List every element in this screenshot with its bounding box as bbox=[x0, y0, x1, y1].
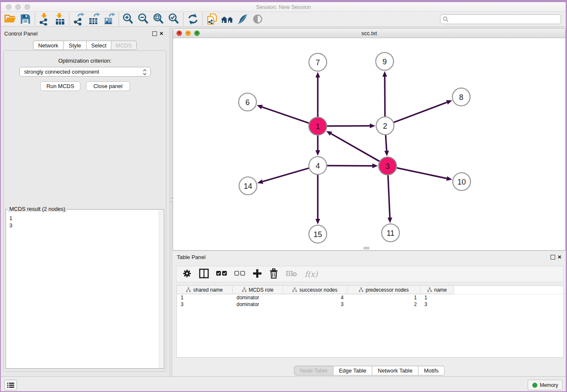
tree-icon bbox=[359, 287, 363, 292]
graph-edge-2-3[interactable] bbox=[385, 135, 386, 151]
graph-edge-2-9[interactable] bbox=[385, 77, 385, 116]
toolbar-separator bbox=[202, 13, 203, 25]
toolbar-separator bbox=[35, 13, 35, 25]
graph-node-label: 10 bbox=[457, 178, 466, 186]
graph-edge-arrowhead bbox=[257, 179, 263, 184]
graph-edge-arrowhead bbox=[383, 71, 387, 77]
graph-edge-arrowhead bbox=[388, 218, 392, 223]
table-cell: 4 bbox=[283, 295, 347, 301]
delete-table-icon bbox=[286, 270, 297, 279]
panel-splitter[interactable] bbox=[170, 27, 172, 376]
column-header-successor-nodes[interactable]: successor nodes bbox=[283, 286, 347, 294]
column-header-label: successor nodes bbox=[299, 287, 337, 293]
mcds-result-textarea[interactable]: 1 3 bbox=[7, 213, 158, 367]
column-header-name[interactable]: name bbox=[421, 286, 454, 294]
column-header-label: MCDS role bbox=[249, 287, 274, 293]
graph-edge-1-2[interactable] bbox=[327, 126, 370, 126]
clone-network-icon[interactable] bbox=[204, 12, 220, 26]
graph-node-label: 2 bbox=[383, 122, 387, 130]
brush-icon[interactable] bbox=[235, 12, 250, 26]
show-graphics-details-icon[interactable] bbox=[250, 12, 265, 26]
tree-icon bbox=[292, 287, 297, 292]
tab-network-table[interactable]: Network Table bbox=[372, 366, 418, 375]
import-table-icon[interactable] bbox=[52, 12, 67, 26]
tab-node-table[interactable]: Node Table bbox=[294, 366, 333, 375]
main-toolbar bbox=[0, 12, 567, 27]
column-header-shared-name[interactable]: shared name bbox=[177, 286, 233, 294]
table-toolbar: f(x) bbox=[176, 266, 564, 282]
delete-column-icon[interactable] bbox=[269, 268, 278, 280]
tab-select[interactable]: Select bbox=[87, 41, 111, 50]
control-panel-title: Control Panel bbox=[4, 30, 38, 37]
result-scrollbar[interactable] bbox=[159, 210, 163, 368]
network-window-titlebar[interactable]: × − + scc.txt bbox=[173, 28, 565, 38]
graph-node-label: 11 bbox=[387, 229, 395, 237]
search-input[interactable] bbox=[440, 14, 561, 24]
table-panel-close-icon[interactable]: × bbox=[558, 254, 561, 260]
column-header-predecessor-nodes[interactable]: predecessor nodes bbox=[347, 286, 421, 294]
table-row[interactable]: 1dominator411 bbox=[177, 294, 563, 301]
deselect-all-checkboxes-icon[interactable] bbox=[234, 271, 245, 278]
node-table: shared nameMCDS rolesuccessor nodesprede… bbox=[176, 285, 564, 358]
graph-edge-4-3[interactable] bbox=[327, 166, 372, 166]
close-panel-button[interactable]: Close panel bbox=[86, 81, 130, 91]
toolbar-separator bbox=[183, 13, 184, 25]
table-panel-float-icon[interactable] bbox=[550, 255, 555, 259]
tab-style[interactable]: Style bbox=[63, 41, 87, 50]
table-panel: Table Panel × f(x) bbox=[173, 251, 566, 376]
window-frame-top bbox=[0, 0, 567, 2]
zoom-selected-icon[interactable] bbox=[166, 12, 182, 26]
run-mcds-button[interactable]: Run MCDS bbox=[40, 81, 80, 91]
table-cell: 1 bbox=[347, 295, 421, 301]
status-bar: Memory bbox=[0, 376, 567, 392]
show-columns-icon[interactable] bbox=[199, 268, 209, 280]
window-title: Session: New Session bbox=[0, 4, 567, 10]
network-splitter-grip[interactable] bbox=[363, 247, 369, 249]
select-all-checkboxes-icon[interactable] bbox=[216, 271, 227, 278]
add-column-icon[interactable] bbox=[253, 269, 262, 280]
graph-edge-arrowhead bbox=[372, 163, 378, 168]
graph-node-label: 3 bbox=[385, 162, 390, 171]
network-canvas[interactable]: 1234678910111415 bbox=[173, 38, 565, 250]
criterion-dropdown[interactable]: strongly connected component bbox=[19, 67, 151, 77]
zoom-fit-icon[interactable] bbox=[151, 12, 166, 26]
task-history-button[interactable] bbox=[4, 380, 17, 390]
control-panel-tabs: Network Style Select MCDS bbox=[33, 41, 137, 50]
table-header-row: shared nameMCDS rolesuccessor nodesprede… bbox=[177, 286, 563, 294]
graph-edge-3-10[interactable] bbox=[397, 168, 447, 179]
memory-button[interactable]: Memory bbox=[528, 380, 563, 390]
column-header-MCDS-role[interactable]: MCDS role bbox=[233, 286, 283, 294]
export-table-icon[interactable] bbox=[86, 12, 102, 26]
graph-edge-arrowhead bbox=[446, 176, 452, 181]
control-panel-float-icon[interactable] bbox=[152, 31, 157, 36]
graph-edge-arrowhead bbox=[384, 151, 389, 156]
graph-node-label: 8 bbox=[459, 93, 463, 102]
graph-edge-1-6[interactable] bbox=[262, 107, 309, 123]
graph-edge-3-11[interactable] bbox=[388, 175, 390, 218]
tab-network[interactable]: Network bbox=[33, 41, 63, 50]
graph-edge-arrowhead bbox=[446, 100, 452, 105]
tab-edge-table[interactable]: Edge Table bbox=[333, 366, 372, 375]
apply-layout-icon[interactable] bbox=[185, 12, 201, 26]
graph-edge-4-14[interactable] bbox=[263, 168, 309, 182]
tab-mcds[interactable]: MCDS bbox=[111, 41, 137, 50]
control-panel-close-icon[interactable]: × bbox=[160, 30, 163, 36]
open-file-icon[interactable] bbox=[3, 12, 18, 26]
mcds-result-title: MCDS result (2 nodes) bbox=[8, 206, 67, 212]
graph-node-label: 15 bbox=[314, 230, 322, 239]
tab-motifs[interactable]: Motifs bbox=[418, 366, 445, 375]
network-window-title: scc.txt bbox=[173, 30, 565, 36]
graph-edge-3-1[interactable] bbox=[331, 134, 380, 161]
settings-gear-icon[interactable] bbox=[182, 269, 192, 280]
table-row[interactable]: 3dominator323 bbox=[177, 301, 563, 308]
first-neighbors-icon[interactable] bbox=[220, 12, 235, 26]
zoom-out-icon[interactable] bbox=[136, 12, 151, 26]
import-network-icon[interactable] bbox=[37, 12, 52, 26]
titlebar: Session: New Session bbox=[0, 2, 567, 12]
graph-edge-2-8[interactable] bbox=[394, 102, 447, 123]
table-cell: dominator bbox=[233, 295, 283, 301]
save-session-icon[interactable] bbox=[18, 12, 33, 26]
export-network-icon[interactable] bbox=[71, 12, 86, 26]
export-image-icon[interactable] bbox=[102, 12, 117, 26]
zoom-in-icon[interactable] bbox=[121, 12, 136, 26]
